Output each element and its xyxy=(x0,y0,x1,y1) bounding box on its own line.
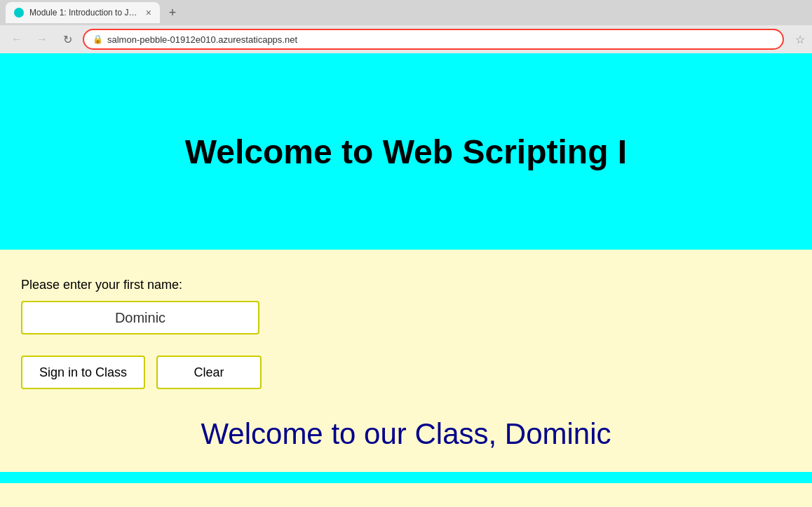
tab-label: Module 1: Introduction to JavaSc xyxy=(29,8,140,18)
bookmark-button[interactable]: ☆ xyxy=(795,33,805,46)
browser-toolbar: ← → ↻ 🔒 salmon-pebble-01912e010.azuresta… xyxy=(0,25,812,53)
active-tab[interactable]: Module 1: Introduction to JavaSc × xyxy=(6,2,160,23)
lock-icon: 🔒 xyxy=(93,34,103,44)
clear-button[interactable]: Clear xyxy=(156,356,262,389)
hero-banner: Welcome to Web Scripting I xyxy=(0,53,812,250)
welcome-message: Welcome to our Class, Dominic xyxy=(21,417,791,451)
refresh-button[interactable]: ↻ xyxy=(57,29,77,49)
form-label: Please enter your first name: xyxy=(21,278,791,292)
sign-in-button[interactable]: Sign in to Class xyxy=(21,356,145,389)
new-tab-button[interactable]: + xyxy=(163,3,182,22)
button-row: Sign in to Class Clear xyxy=(21,356,791,389)
browser-chrome: Module 1: Introduction to JavaSc × + ← →… xyxy=(0,0,812,53)
back-button[interactable]: ← xyxy=(7,29,27,49)
bottom-bar xyxy=(0,472,812,483)
address-bar[interactable]: 🔒 salmon-pebble-01912e010.azurestaticapp… xyxy=(83,29,784,50)
main-content: Please enter your first name: Sign in to… xyxy=(0,250,812,472)
forward-button[interactable]: → xyxy=(32,29,52,49)
tab-bar: Module 1: Introduction to JavaSc × + xyxy=(0,0,812,25)
tab-favicon xyxy=(14,8,24,18)
name-input[interactable] xyxy=(21,301,259,334)
tab-close-icon[interactable]: × xyxy=(146,7,151,18)
address-text: salmon-pebble-01912e010.azurestaticapps.… xyxy=(107,34,774,45)
page-content: Welcome to Web Scripting I Please enter … xyxy=(0,53,812,507)
hero-title: Welcome to Web Scripting I xyxy=(185,133,627,171)
